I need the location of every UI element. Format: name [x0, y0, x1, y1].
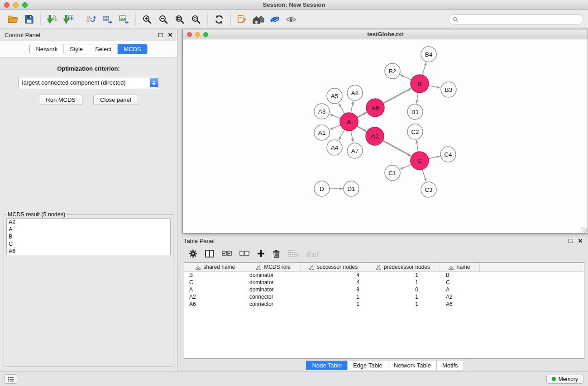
graph-node-B2[interactable]: B2: [385, 63, 400, 79]
tab-style[interactable]: Style: [63, 44, 89, 54]
network-window-titlebar[interactable]: testGlobe.txt: [183, 29, 588, 39]
memory-button[interactable]: Memory: [546, 375, 583, 384]
tab-mcds[interactable]: MCDS: [117, 44, 147, 54]
mcds-result-list[interactable]: A2ABCA6: [6, 218, 171, 255]
graph-node-D[interactable]: D: [314, 181, 330, 196]
add-column-button[interactable]: [257, 250, 265, 259]
table-row[interactable]: A6connector11A6: [184, 300, 584, 308]
graph-node-B[interactable]: B: [411, 75, 429, 93]
resize-handle-icon[interactable]: [581, 227, 587, 233]
graph-edge-A-A1[interactable]: [330, 125, 341, 129]
show-columns-button[interactable]: [205, 250, 214, 259]
graph-edge-B-B1[interactable]: [416, 93, 418, 103]
table-row[interactable]: A2connector11A2: [184, 293, 584, 300]
search-input[interactable]: [460, 16, 579, 23]
node-table[interactable]: shared nameMCDS rolesuccessor nodesprede…: [184, 262, 584, 359]
float-panel-icon[interactable]: [569, 239, 573, 243]
graph-node-C1[interactable]: C1: [385, 165, 400, 181]
graph-node-C2[interactable]: C2: [407, 124, 423, 139]
graph-edge-C-C1[interactable]: [400, 164, 411, 169]
export-table-button[interactable]: [100, 12, 116, 27]
import-network-button[interactable]: [44, 12, 60, 27]
graph-node-A7[interactable]: A7: [347, 143, 363, 158]
table-row[interactable]: Adominator80A: [184, 286, 584, 293]
minimize-view-button[interactable]: [195, 32, 200, 37]
graph-node-C[interactable]: C: [411, 152, 429, 170]
graph-edge-B-B4[interactable]: [422, 62, 426, 75]
deselect-all-button[interactable]: [239, 250, 249, 258]
close-panel-icon[interactable]: [578, 238, 583, 243]
graph-node-A1[interactable]: A1: [314, 125, 330, 140]
export-network-button[interactable]: [83, 12, 100, 27]
tab-node-table[interactable]: Node Table: [306, 361, 348, 370]
table-settings-button[interactable]: [189, 249, 197, 260]
tab-edge-table[interactable]: Edge Table: [347, 361, 388, 370]
mcds-result-item[interactable]: A6: [7, 248, 170, 255]
task-history-button[interactable]: [5, 374, 17, 384]
select-all-button[interactable]: [222, 250, 232, 258]
table-row[interactable]: Cdominator41C: [184, 279, 584, 286]
zoom-view-button[interactable]: [203, 32, 208, 37]
tab-select[interactable]: Select: [89, 44, 117, 54]
column-header[interactable]: predecessor nodes: [367, 263, 440, 272]
graph-edge-B-B3[interactable]: [429, 86, 440, 88]
graph-edge-A-A8[interactable]: [351, 101, 353, 113]
zoom-window-button[interactable]: [22, 2, 28, 8]
tab-network[interactable]: Network: [30, 44, 63, 54]
layout-refresh-button[interactable]: [211, 12, 227, 27]
close-window-button[interactable]: [4, 2, 10, 8]
graph-node-A5[interactable]: A5: [327, 88, 342, 104]
show-hide-button[interactable]: [283, 12, 299, 27]
open-session-button[interactable]: [5, 12, 21, 27]
graph-node-A[interactable]: A: [340, 113, 358, 131]
zoom-fit-button[interactable]: [172, 12, 188, 27]
column-header[interactable]: MCDS role: [247, 263, 300, 272]
graph-node-A6[interactable]: A6: [366, 99, 384, 117]
table-row[interactable]: Bdominator41B: [184, 272, 584, 279]
close-panel-button[interactable]: Close panel: [93, 95, 138, 105]
graph-edge-A2-C[interactable]: [383, 141, 411, 156]
graph-edge-C-C2[interactable]: [416, 140, 418, 152]
column-header[interactable]: shared name: [184, 263, 247, 272]
delete-column-button[interactable]: [272, 249, 280, 260]
graph-edge-A-A5[interactable]: [339, 104, 344, 114]
column-header[interactable]: name: [440, 263, 479, 272]
export-image-button[interactable]: [116, 12, 132, 27]
graph-edge-A-A7[interactable]: [351, 131, 353, 143]
graph-edge-B-B2[interactable]: [400, 75, 411, 80]
float-panel-icon[interactable]: [158, 33, 163, 37]
graph-node-C3[interactable]: C3: [421, 182, 436, 197]
import-table-button[interactable]: [60, 12, 76, 27]
mcds-result-item[interactable]: A: [7, 226, 170, 233]
graph-node-B4[interactable]: B4: [421, 47, 436, 62]
style-brush-button[interactable]: [267, 12, 283, 27]
graph-edge-C-C3[interactable]: [422, 169, 426, 181]
save-session-button[interactable]: [21, 12, 37, 27]
graph-edge-A-A3[interactable]: [330, 114, 341, 119]
criterion-dropdown[interactable]: largest connected component (directed): [18, 77, 159, 88]
mcds-result-item[interactable]: A2: [7, 219, 170, 226]
mcds-result-item[interactable]: C: [7, 240, 170, 248]
graph-edge-A6-B[interactable]: [383, 88, 411, 103]
column-header[interactable]: successor nodes: [300, 263, 367, 272]
zoom-out-button[interactable]: [155, 12, 172, 27]
graph-edge-C-C4[interactable]: [429, 156, 440, 159]
minimize-window-button[interactable]: [13, 2, 19, 8]
graph-edge-A-A4[interactable]: [339, 129, 344, 140]
home-button[interactable]: [250, 12, 267, 27]
network-canvas[interactable]: B4B2BB3A8A5A6A3B1AC2A1A2A4A7C4CC1DD1C3: [183, 39, 588, 233]
search-box[interactable]: [449, 14, 583, 24]
graph-node-A8[interactable]: A8: [347, 85, 363, 100]
tab-motifs[interactable]: Motifs: [436, 361, 464, 370]
graph-node-D1[interactable]: D1: [344, 181, 359, 196]
graph-node-A4[interactable]: A4: [327, 140, 342, 155]
zoom-selected-button[interactable]: [188, 12, 204, 27]
tab-network-table[interactable]: Network Table: [388, 361, 437, 370]
mcds-result-item[interactable]: B: [7, 233, 170, 240]
run-mcds-button[interactable]: Run MCDS: [39, 95, 82, 105]
graph-edge-A-A6[interactable]: [357, 112, 367, 117]
graph-node-A2[interactable]: A2: [366, 127, 384, 145]
graph-node-A3[interactable]: A3: [314, 104, 330, 119]
network-graph[interactable]: B4B2BB3A8A5A6A3B1AC2A1A2A4A7C4CC1DD1C3: [183, 39, 588, 233]
zoom-in-button[interactable]: [139, 12, 155, 27]
